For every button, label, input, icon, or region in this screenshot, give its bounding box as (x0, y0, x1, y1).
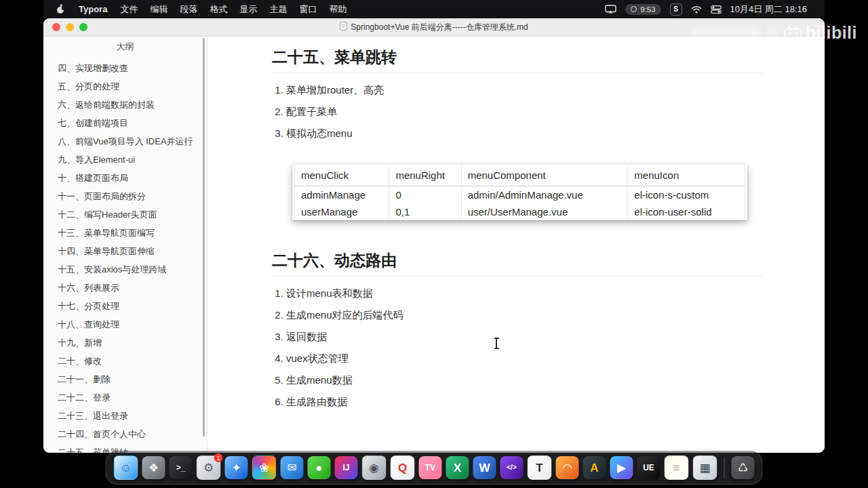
dock-icon-bilibili[interactable]: TV (419, 456, 442, 479)
table-cell[interactable]: admin/AdminManage.vue (461, 186, 628, 204)
dock-icon-word[interactable]: W (473, 456, 496, 479)
content-list-item[interactable]: 生成menu对应的后端代码 (286, 308, 761, 322)
sidebar-outline-item[interactable]: 十六、列表展示 (43, 279, 207, 297)
menubar-menu-item[interactable]: 文件 (114, 4, 144, 14)
content-list-item[interactable]: 生成路由数据 (286, 395, 761, 409)
dock-icon-unreal-editor[interactable]: UE (637, 456, 660, 479)
dock-icon-photos[interactable]: ❀ (252, 455, 277, 480)
dock-icon-notes[interactable]: ≡ (665, 455, 689, 480)
content-list-item[interactable]: 设计menu表和数据 (286, 287, 761, 300)
dock-icon-code-editor[interactable]: </> (500, 456, 524, 479)
dock-icon-system-preferences[interactable]: ⚙1 (197, 455, 221, 480)
menubar-datetime[interactable]: 10月4日 周二 18:16 (730, 3, 807, 16)
sidebar-outline-item[interactable]: 二十三、退出登录 (43, 407, 207, 425)
dock-icon-terminal[interactable]: >_ (170, 456, 193, 479)
sidebar-outline-item[interactable]: 七、创建前端项目 (43, 114, 207, 132)
outline-sidebar: 大纲 四、实现增删改查五、分页的处理六、返给前端数据的封装七、创建前端项目八、前… (43, 37, 208, 453)
dock-icon-typora[interactable]: T (528, 455, 552, 480)
dock-icon-display-monitor[interactable]: ▦ (693, 455, 717, 480)
app-glyph: ◉ (369, 462, 379, 474)
content-list-item[interactable]: 配置子菜单 (286, 105, 761, 119)
content-list-item[interactable]: 菜单增加router、高亮 (286, 83, 761, 97)
dock-icon-safari[interactable]: ✦ (225, 456, 248, 479)
dock-icon-trash[interactable]: ♺ (732, 456, 755, 479)
sidebar-scrollbar[interactable] (203, 38, 205, 436)
menubar-menu-item[interactable]: 编辑 (144, 4, 174, 14)
table-header-cell[interactable]: menuComponent (461, 165, 628, 186)
app-glyph: </> (507, 464, 516, 471)
sidebar-outline-item[interactable]: 二十一、删除 (43, 370, 207, 388)
dock-icon-browser[interactable]: ◠ (556, 456, 579, 479)
sogou-input-icon[interactable]: S (670, 3, 682, 16)
menu-bar: Typora 文件编辑段落格式显示主题窗口帮助 9:53 S (43, 0, 825, 18)
table-cell[interactable]: 0 (389, 186, 461, 204)
menubar-menu-item[interactable]: 段落 (174, 4, 203, 14)
menubar-menu-item[interactable]: 窗口 (293, 4, 323, 14)
dock-icon-launchpad[interactable]: ❖ (142, 456, 165, 479)
sidebar-outline-item[interactable]: 十八、查询处理 (43, 315, 207, 333)
apple-menu-icon[interactable] (43, 4, 72, 14)
dock-icon-media-player[interactable]: ▶ (610, 456, 633, 479)
text-cursor-pointer (493, 338, 500, 349)
dock-icon-design-tool[interactable]: A (583, 456, 606, 479)
table-cell[interactable]: 0,1 (389, 203, 461, 220)
sidebar-outline-item[interactable]: 六、返给前端数据的封装 (43, 96, 207, 114)
content-list-item[interactable]: 生成menu数据 (286, 373, 761, 387)
dock-icon-intellij-idea[interactable]: IJ (335, 456, 358, 479)
sidebar-outline-item[interactable]: 十四、菜单导航页面伸缩 (43, 242, 207, 260)
editor-content[interactable]: 二十五、菜单跳转 菜单增加router、高亮配置子菜单模拟动态menu menu… (208, 37, 825, 453)
app-glyph: ◠ (563, 462, 572, 474)
table-header-cell[interactable]: menuRight (389, 165, 461, 186)
dock-icon-excel[interactable]: X (446, 456, 469, 479)
table-cell[interactable]: user/UserManage.vue (461, 203, 628, 220)
dock-icon-qq[interactable]: Q (391, 455, 415, 480)
table-cell[interactable]: adminManage (295, 186, 389, 204)
table-header-cell[interactable]: menuIcon (628, 165, 745, 186)
menubar-menu-item[interactable]: 格式 (203, 4, 233, 14)
sidebar-outline-item[interactable]: 五、分页的处理 (43, 77, 207, 96)
content-list-item[interactable]: vuex状态管理 (286, 352, 761, 365)
menubar-app-name[interactable]: Typora (72, 4, 114, 14)
menu-table[interactable]: menuClickmenuRightmenuComponentmenuIcon … (294, 165, 745, 220)
screen-recording-indicator[interactable]: 9:53 (625, 4, 660, 15)
sidebar-outline-item[interactable]: 十五、安装axios与处理跨域 (43, 260, 207, 279)
dock-icon-wechat[interactable]: ● (308, 456, 331, 479)
sidebar-outline-item[interactable]: 二十二、登录 (43, 388, 207, 407)
table-cell[interactable]: userManage (295, 203, 389, 220)
sidebar-outline-item[interactable]: 十二、编写Header头页面 (43, 205, 207, 224)
sidebar-outline-item[interactable]: 九、导入Element-ui (43, 150, 207, 169)
dock-icon-mail[interactable]: ✉ (281, 456, 304, 479)
content-list-item[interactable]: 返回数据 (286, 330, 761, 344)
sidebar-outline-item[interactable]: 四、实现增删改查 (43, 59, 207, 77)
dock-icon-screen-capture[interactable]: ◉ (362, 455, 387, 480)
wifi-icon[interactable] (691, 5, 702, 14)
sidebar-outline-item[interactable]: 八、前端Vue项目导入 IDEA并运行 (43, 132, 207, 150)
app-glyph: ● (315, 462, 322, 474)
menu-table-card[interactable]: menuClickmenuRightmenuComponentmenuIcon … (292, 165, 747, 220)
table-header-cell[interactable]: menuClick (295, 165, 389, 186)
recording-time: 9:53 (640, 5, 655, 14)
sidebar-outline-item[interactable]: 十七、分页处理 (43, 297, 207, 315)
dock-icon-finder[interactable]: ☺ (114, 455, 138, 480)
menubar-menu-item[interactable]: 显示 (233, 4, 263, 14)
table-cell[interactable]: el-icon-s-custom (628, 186, 745, 204)
sidebar-outline-item[interactable]: 十、搭建页面布局 (43, 169, 207, 187)
sidebar-outline-item[interactable]: 二十四、首页个人中心 (43, 425, 207, 443)
menubar-menu-item[interactable]: 主题 (263, 4, 293, 14)
menubar-menu-item[interactable]: 帮助 (323, 4, 353, 14)
content-list-item[interactable]: 模拟动态menu (286, 127, 761, 140)
control-center-icon[interactable] (711, 5, 722, 14)
sidebar-outline-item[interactable]: 十一、页面布局的拆分 (43, 187, 207, 205)
section-heading-26[interactable]: 二十六、动态路由 (272, 250, 764, 277)
app-glyph: X (454, 462, 461, 474)
sidebar-outline-item[interactable]: 十九、新增 (43, 333, 207, 352)
sidebar-outline-item[interactable]: 二十、修改 (43, 352, 207, 370)
screen-mirroring-icon[interactable] (605, 5, 616, 14)
section-heading-25[interactable]: 二十五、菜单跳转 (272, 47, 764, 73)
app-glyph: ✉ (287, 462, 296, 474)
app-glyph: TV (425, 464, 435, 472)
app-glyph: ❀ (259, 462, 269, 474)
table-cell[interactable]: el-icon-user-solid (628, 203, 745, 220)
sidebar-outline-item[interactable]: 十三、菜单导航页面编写 (43, 224, 207, 242)
section-25-list: 菜单增加router、高亮配置子菜单模拟动态menu (272, 83, 761, 140)
